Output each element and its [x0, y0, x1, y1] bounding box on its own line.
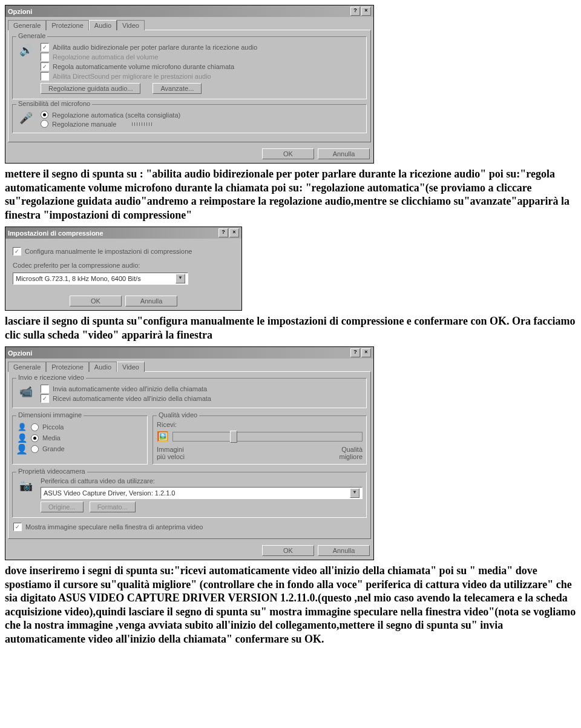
group-generale: Generale 🔊 ✓Abilita audio bidirezionale …	[12, 36, 367, 99]
codec-combo[interactable]: Microsoft G.723.1, 8 kHz Mono, 6400 Bit/…	[13, 273, 188, 285]
camera-combo[interactable]: ASUS Video Capture Driver, Version: 1.2.…	[41, 487, 363, 499]
checkbox-send-auto[interactable]	[41, 385, 49, 393]
group-send-recv: Invio e ricezione video 📹 Invia automati…	[12, 378, 367, 408]
label-recv-auto: Ricevi automaticamente video all'inizio …	[53, 395, 211, 402]
ok-button[interactable]: OK	[262, 148, 314, 159]
dialog-titlebar: Opzioni ? ×	[5, 5, 373, 17]
dialog-title-text: Opzioni	[8, 349, 32, 357]
webcam-icon: 📷	[16, 477, 36, 494]
tab-video[interactable]: Video	[117, 362, 145, 372]
label-manual-compression: Configura manualmente le impostazioni di…	[25, 248, 192, 255]
format-button[interactable]: Formato...	[90, 501, 136, 512]
cancel-button[interactable]: Annulla	[318, 148, 370, 159]
label-faster: Immagini più veloci	[157, 446, 193, 460]
options-video-dialog: Opzioni ? × Generale Protezione Audio Vi…	[5, 346, 374, 560]
tab-protezione[interactable]: Protezione	[46, 362, 89, 372]
dialog-title-text: Opzioni	[8, 8, 32, 15]
radio-manual[interactable]	[41, 120, 48, 128]
options-audio-dialog: Opzioni ? × Generale Protezione Audio Vi…	[5, 5, 374, 164]
group-quality: Qualità video Ricevi: 🖼️ Immagini più ve…	[153, 415, 367, 465]
tab-audio[interactable]: Audio	[89, 362, 117, 372]
label-small: Piccola	[42, 423, 64, 431]
tabs: Generale Protezione Audio Video	[5, 17, 373, 30]
face-large-icon: 👤	[16, 444, 27, 454]
paragraph-2: lasciare il segno di spunta su"configura…	[5, 314, 576, 342]
label-send-auto: Invia automaticamente video all'inizio d…	[53, 385, 207, 392]
label-better: Qualità migliore	[326, 446, 363, 460]
group-title: Sensibilità del microfono	[16, 100, 92, 107]
radio-large[interactable]	[31, 445, 39, 453]
face-small-icon: 👤	[16, 422, 27, 432]
checkbox-directsound[interactable]	[41, 72, 49, 81]
cam-label: Periferica di cattura video da utilizzar…	[41, 477, 363, 485]
checkbox-micvol[interactable]: ✓	[41, 62, 49, 71]
radio-medium[interactable]	[31, 434, 39, 442]
label-mirror: Mostra immagine speculare nella finestra…	[25, 523, 203, 531]
group-title: Generale	[16, 32, 47, 39]
label-micvol: Regola automaticamente volume microfono …	[53, 63, 234, 70]
help-icon[interactable]: ?	[218, 228, 228, 237]
label-bidir: Abilita audio bidirezionale per poter pa…	[53, 44, 257, 51]
cancel-button[interactable]: Annulla	[318, 545, 370, 556]
group-title: Qualità video	[157, 411, 199, 419]
help-icon[interactable]: ?	[350, 7, 360, 16]
ok-button[interactable]: OK	[262, 545, 314, 556]
dialog-titlebar: Opzioni ? ×	[5, 347, 373, 359]
tab-protezione[interactable]: Protezione	[46, 20, 89, 30]
tab-video[interactable]: Video	[117, 20, 145, 30]
label-medium: Media	[42, 434, 61, 442]
dialog-titlebar: Impostazioni di compressione ? ×	[5, 227, 241, 239]
tab-generale[interactable]: Generale	[8, 362, 46, 372]
chevron-down-icon[interactable]: ▼	[176, 274, 185, 283]
chevron-down-icon[interactable]: ▼	[350, 488, 359, 498]
video-frame-icon: 🖼️	[157, 431, 169, 442]
speaker-icon: 🔊	[16, 42, 36, 59]
codec-label: Codec preferito per la compressione audi…	[13, 262, 234, 269]
help-icon[interactable]: ?	[350, 348, 360, 357]
label-large: Grande	[42, 445, 65, 452]
camera-value: ASUS Video Capture Driver, Version: 1.2.…	[44, 489, 175, 497]
mic-icon: 🎤	[16, 110, 36, 127]
compression-dialog: Impostazioni di compressione ? × ✓Config…	[5, 227, 242, 311]
ok-button[interactable]: OK	[70, 296, 122, 306]
dialog-title-text: Impostazioni di compressione	[8, 230, 103, 237]
codec-value: Microsoft G.723.1, 8 kHz Mono, 6400 Bit/…	[16, 275, 141, 282]
checkbox-bidir[interactable]: ✓	[41, 43, 49, 51]
advanced-button[interactable]: Avanzate...	[153, 83, 202, 94]
close-icon[interactable]: ×	[361, 7, 371, 16]
quality-slider[interactable]	[172, 432, 363, 442]
label-directsound: Abilita DirectSound per migliorare le pr…	[53, 73, 211, 80]
tab-audio[interactable]: Audio	[89, 20, 117, 30]
checkbox-manual-compression[interactable]: ✓	[13, 247, 21, 256]
tab-generale[interactable]: Generale	[8, 20, 46, 30]
face-med-icon: 👤	[16, 433, 27, 443]
checkbox-recv-auto[interactable]: ✓	[41, 394, 49, 403]
recv-label: Ricevi:	[157, 421, 363, 428]
paragraph-3: dove inseriremo i segni di spunta su:"ri…	[5, 564, 576, 646]
camera-icon: 📹	[16, 383, 36, 400]
label-auto: Regolazione automatica (scelta consiglia…	[52, 111, 180, 119]
group-title: Invio e ricezione video	[16, 374, 86, 381]
radio-auto[interactable]	[41, 111, 48, 119]
checkbox-mirror[interactable]: ✓	[13, 523, 22, 531]
group-title: Proprietà videocamera	[16, 468, 87, 475]
origin-button[interactable]: Origine...	[41, 501, 84, 512]
label-manual: Regolazione manuale	[52, 121, 116, 128]
close-icon[interactable]: ×	[361, 348, 371, 357]
close-icon[interactable]: ×	[229, 228, 239, 237]
cancel-button[interactable]: Annulla	[125, 296, 177, 306]
group-camera: Proprietà videocamera 📷 Periferica di ca…	[12, 472, 367, 518]
sensitivity-slider[interactable]	[132, 122, 152, 126]
group-title: Dimensioni immagine	[16, 411, 84, 419]
label-autovol: Regolazione automatica del volume	[53, 53, 158, 61]
checkbox-autovol[interactable]	[41, 53, 49, 61]
group-dimensions: Dimensioni immagine 👤Piccola 👤Media 👤Gra…	[12, 415, 148, 465]
radio-small[interactable]	[31, 423, 39, 431]
group-mic-sensitivity: Sensibilità del microfono 🎤 Regolazione …	[12, 104, 367, 133]
paragraph-1: mettere il segno di spunta su : "abilita…	[5, 167, 576, 222]
wizard-button[interactable]: Regolazione guidata audio...	[41, 83, 140, 94]
